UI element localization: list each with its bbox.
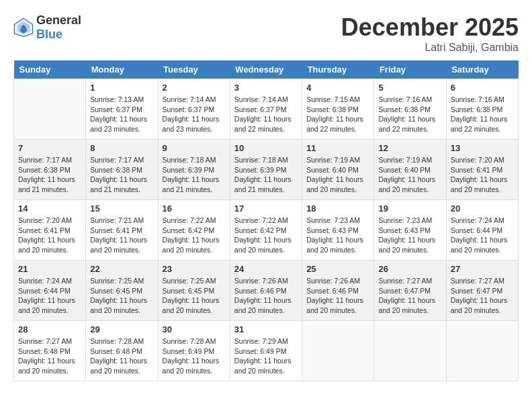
weekday-header-cell: Friday — [374, 60, 446, 79]
day-info: Sunrise: 7:27 AMSunset: 6:47 PMDaylight:… — [451, 276, 514, 316]
day-info: Sunrise: 7:13 AMSunset: 6:37 PMDaylight:… — [90, 95, 153, 134]
calendar-day-cell: 17Sunrise: 7:22 AMSunset: 6:42 PMDayligh… — [230, 200, 302, 261]
calendar-day-cell: 3Sunrise: 7:14 AMSunset: 6:37 PMDaylight… — [230, 79, 302, 140]
calendar-day-cell — [302, 321, 374, 381]
weekday-header-cell: Monday — [86, 60, 158, 79]
day-number: 22 — [90, 264, 153, 274]
day-info: Sunrise: 7:25 AMSunset: 6:45 PMDaylight:… — [90, 276, 153, 316]
calendar-day-cell: 25Sunrise: 7:26 AMSunset: 6:46 PMDayligh… — [302, 261, 374, 321]
logo: General Blue — [13, 13, 81, 42]
day-number: 13 — [451, 143, 514, 153]
calendar-day-cell: 2Sunrise: 7:14 AMSunset: 6:37 PMDaylight… — [158, 79, 230, 140]
day-number: 1 — [90, 83, 153, 93]
day-info: Sunrise: 7:22 AMSunset: 6:42 PMDaylight:… — [234, 216, 298, 255]
day-info: Sunrise: 7:17 AMSunset: 6:38 PMDaylight:… — [18, 155, 81, 195]
logo-icon — [13, 17, 34, 38]
day-number: 10 — [234, 143, 298, 153]
calendar-week-row: 7Sunrise: 7:17 AMSunset: 6:38 PMDaylight… — [14, 140, 519, 200]
weekday-header-cell: Thursday — [302, 60, 374, 79]
day-number: 20 — [451, 203, 514, 214]
day-number: 14 — [18, 203, 81, 214]
day-info: Sunrise: 7:28 AMSunset: 6:48 PMDaylight:… — [90, 336, 153, 376]
day-number: 3 — [234, 83, 298, 93]
calendar-day-cell: 13Sunrise: 7:20 AMSunset: 6:41 PMDayligh… — [446, 140, 518, 200]
location-subtitle: Latri Sabiji, Gambia — [341, 42, 519, 54]
day-number: 23 — [163, 264, 226, 274]
calendar-day-cell: 26Sunrise: 7:27 AMSunset: 6:47 PMDayligh… — [374, 261, 446, 321]
day-number: 2 — [163, 83, 226, 93]
day-number: 26 — [378, 264, 441, 274]
title-section: December 2025 Latri Sabiji, Gambia — [341, 13, 519, 54]
calendar-day-cell: 23Sunrise: 7:25 AMSunset: 6:45 PMDayligh… — [158, 261, 230, 321]
calendar-day-cell: 6Sunrise: 7:16 AMSunset: 6:38 PMDaylight… — [446, 79, 518, 140]
day-info: Sunrise: 7:19 AMSunset: 6:40 PMDaylight:… — [378, 155, 441, 195]
calendar-day-cell: 15Sunrise: 7:21 AMSunset: 6:41 PMDayligh… — [86, 200, 158, 261]
calendar-day-cell — [374, 321, 446, 381]
calendar-day-cell: 30Sunrise: 7:28 AMSunset: 6:49 PMDayligh… — [158, 321, 230, 381]
logo-text-blue: Blue — [36, 28, 62, 41]
calendar-day-cell: 14Sunrise: 7:20 AMSunset: 6:41 PMDayligh… — [14, 200, 86, 261]
calendar-day-cell: 12Sunrise: 7:19 AMSunset: 6:40 PMDayligh… — [374, 140, 446, 200]
day-info: Sunrise: 7:23 AMSunset: 6:43 PMDaylight:… — [378, 216, 441, 255]
day-number: 11 — [306, 143, 369, 153]
weekday-header-cell: Tuesday — [158, 60, 230, 79]
day-number: 30 — [163, 324, 226, 334]
day-number: 18 — [306, 203, 369, 214]
calendar-day-cell: 27Sunrise: 7:27 AMSunset: 6:47 PMDayligh… — [446, 261, 518, 321]
day-number: 27 — [451, 264, 514, 274]
day-info: Sunrise: 7:16 AMSunset: 6:38 PMDaylight:… — [451, 95, 514, 134]
day-info: Sunrise: 7:23 AMSunset: 6:43 PMDaylight:… — [306, 216, 369, 255]
calendar-day-cell — [446, 321, 518, 381]
month-year-title: December 2025 — [341, 13, 519, 42]
logo-text-general: General — [36, 13, 81, 27]
day-info: Sunrise: 7:25 AMSunset: 6:45 PMDaylight:… — [163, 276, 226, 316]
page-header: General Blue December 2025 Latri Sabiji,… — [13, 13, 519, 54]
calendar-day-cell: 24Sunrise: 7:26 AMSunset: 6:46 PMDayligh… — [230, 261, 302, 321]
day-info: Sunrise: 7:27 AMSunset: 6:47 PMDaylight:… — [378, 276, 441, 316]
calendar-day-cell: 19Sunrise: 7:23 AMSunset: 6:43 PMDayligh… — [374, 200, 446, 261]
day-info: Sunrise: 7:29 AMSunset: 6:49 PMDaylight:… — [234, 336, 298, 376]
day-number: 31 — [234, 324, 298, 334]
weekday-header-row: SundayMondayTuesdayWednesdayThursdayFrid… — [14, 60, 519, 79]
day-number: 9 — [163, 143, 226, 153]
day-info: Sunrise: 7:27 AMSunset: 6:48 PMDaylight:… — [18, 336, 81, 376]
day-number: 6 — [451, 83, 514, 93]
calendar-day-cell: 4Sunrise: 7:15 AMSunset: 6:38 PMDaylight… — [302, 79, 374, 140]
day-info: Sunrise: 7:14 AMSunset: 6:37 PMDaylight:… — [234, 95, 298, 134]
day-info: Sunrise: 7:24 AMSunset: 6:44 PMDaylight:… — [451, 216, 514, 255]
day-number: 17 — [234, 203, 298, 214]
calendar-day-cell: 11Sunrise: 7:19 AMSunset: 6:40 PMDayligh… — [302, 140, 374, 200]
day-number: 16 — [163, 203, 226, 214]
calendar-day-cell: 29Sunrise: 7:28 AMSunset: 6:48 PMDayligh… — [86, 321, 158, 381]
calendar-day-cell: 31Sunrise: 7:29 AMSunset: 6:49 PMDayligh… — [230, 321, 302, 381]
day-info: Sunrise: 7:18 AMSunset: 6:39 PMDaylight:… — [234, 155, 298, 195]
calendar-day-cell: 9Sunrise: 7:18 AMSunset: 6:39 PMDaylight… — [158, 140, 230, 200]
calendar-table: SundayMondayTuesdayWednesdayThursdayFrid… — [13, 60, 519, 381]
calendar-week-row: 1Sunrise: 7:13 AMSunset: 6:37 PMDaylight… — [14, 79, 519, 140]
day-info: Sunrise: 7:26 AMSunset: 6:46 PMDaylight:… — [306, 276, 369, 316]
day-info: Sunrise: 7:28 AMSunset: 6:49 PMDaylight:… — [163, 336, 226, 376]
calendar-day-cell: 1Sunrise: 7:13 AMSunset: 6:37 PMDaylight… — [86, 79, 158, 140]
day-number: 4 — [306, 83, 369, 93]
day-number: 7 — [18, 143, 81, 153]
calendar-body: 1Sunrise: 7:13 AMSunset: 6:37 PMDaylight… — [14, 79, 519, 381]
weekday-header-cell: Sunday — [14, 60, 86, 79]
day-number: 28 — [18, 324, 81, 334]
day-info: Sunrise: 7:26 AMSunset: 6:46 PMDaylight:… — [234, 276, 298, 316]
day-info: Sunrise: 7:22 AMSunset: 6:42 PMDaylight:… — [163, 216, 226, 255]
calendar-day-cell: 18Sunrise: 7:23 AMSunset: 6:43 PMDayligh… — [302, 200, 374, 261]
day-number: 8 — [90, 143, 153, 153]
calendar-week-row: 14Sunrise: 7:20 AMSunset: 6:41 PMDayligh… — [14, 200, 519, 261]
day-info: Sunrise: 7:20 AMSunset: 6:41 PMDaylight:… — [18, 216, 81, 255]
day-info: Sunrise: 7:18 AMSunset: 6:39 PMDaylight:… — [163, 155, 226, 195]
calendar-day-cell: 10Sunrise: 7:18 AMSunset: 6:39 PMDayligh… — [230, 140, 302, 200]
calendar-day-cell: 22Sunrise: 7:25 AMSunset: 6:45 PMDayligh… — [86, 261, 158, 321]
calendar-day-cell: 20Sunrise: 7:24 AMSunset: 6:44 PMDayligh… — [446, 200, 518, 261]
day-number: 15 — [90, 203, 153, 214]
calendar-day-cell: 16Sunrise: 7:22 AMSunset: 6:42 PMDayligh… — [158, 200, 230, 261]
day-number: 19 — [378, 203, 441, 214]
day-info: Sunrise: 7:14 AMSunset: 6:37 PMDaylight:… — [163, 95, 226, 134]
weekday-header-cell: Wednesday — [230, 60, 302, 79]
day-number: 21 — [18, 264, 81, 274]
calendar-day-cell: 5Sunrise: 7:16 AMSunset: 6:38 PMDaylight… — [374, 79, 446, 140]
